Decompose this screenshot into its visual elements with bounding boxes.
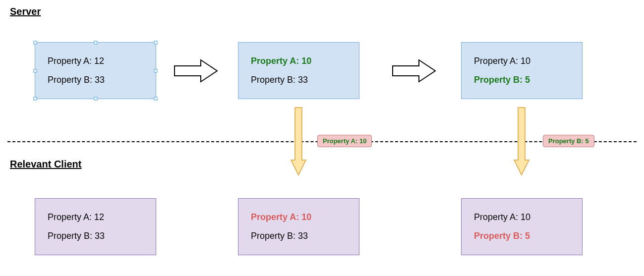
- selection-handle: [34, 41, 37, 45]
- client-state-1-prop-a: Property A: 12: [48, 212, 143, 222]
- server-state-2: Property A: 10 Property B: 33: [238, 42, 359, 99]
- svg-marker-0: [175, 60, 217, 82]
- client-state-3: Property A: 10 Property B: 5: [461, 198, 583, 255]
- client-section-label: Relevant Client: [10, 159, 81, 170]
- server-state-2-prop-a: Property A: 10: [251, 56, 347, 66]
- server-state-3-prop-a: Property A: 10: [474, 56, 570, 66]
- arrow-right-1: [174, 58, 218, 83]
- selection-handle: [94, 97, 97, 101]
- server-state-1-prop-a: Property A: 12: [48, 56, 143, 66]
- server-state-1-prop-b: Property B: 33: [48, 75, 143, 85]
- client-state-3-prop-a: Property A: 10: [474, 212, 570, 222]
- client-state-1: Property A: 12 Property B: 33: [35, 198, 156, 255]
- client-state-1-prop-b: Property B: 33: [48, 231, 143, 241]
- sync-message-2: Property B: 5: [543, 135, 594, 147]
- server-state-1: Property A: 12 Property B: 33: [35, 42, 156, 99]
- selection-handle: [34, 69, 37, 72]
- server-state-2-prop-b: Property B: 33: [251, 75, 347, 85]
- selection-handle: [94, 41, 97, 45]
- client-state-2-prop-b: Property B: 33: [251, 231, 347, 241]
- server-section-label: Server: [10, 6, 41, 17]
- selection-handle: [154, 97, 158, 101]
- arrow-right-2: [392, 58, 436, 83]
- arrow-down-2: [513, 107, 530, 171]
- svg-marker-1: [393, 60, 435, 82]
- selection-handle: [154, 69, 158, 72]
- client-state-2-prop-a: Property A: 10: [251, 212, 347, 222]
- client-state-2: Property A: 10 Property B: 33: [238, 198, 359, 255]
- svg-marker-3: [514, 108, 529, 175]
- client-state-3-prop-b: Property B: 5: [474, 231, 570, 241]
- sync-message-1: Property A: 10: [317, 135, 372, 147]
- arrow-down-1: [290, 107, 307, 171]
- server-state-3-prop-b: Property B: 5: [474, 75, 570, 85]
- svg-marker-2: [291, 108, 306, 175]
- server-state-3: Property A: 10 Property B: 5: [461, 42, 583, 99]
- selection-handle: [34, 97, 37, 101]
- selection-handle: [154, 41, 158, 45]
